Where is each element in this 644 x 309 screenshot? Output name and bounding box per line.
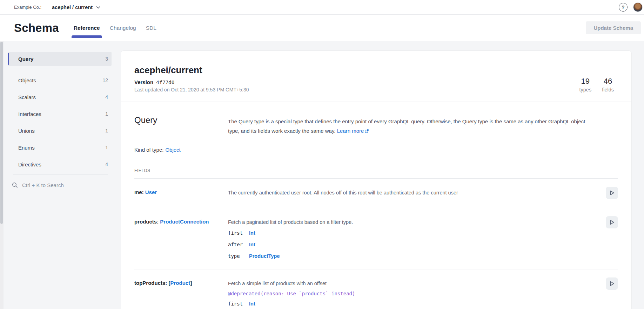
page-scrollbar-thumb[interactable] [0, 42, 3, 224]
fields-list: me: User The currently authenticated use… [134, 178, 618, 309]
sidebar-item-objects[interactable]: Objects 12 [8, 73, 112, 87]
type-section: Query The Query type is a special type t… [134, 102, 618, 309]
field-row: topProducts: [Product] Fetch a simple li… [134, 269, 618, 309]
field-type-link[interactable]: Product [170, 280, 190, 286]
tabs: ReferenceChangelogSDL [69, 15, 161, 41]
graph-selector[interactable]: acephei / current [52, 5, 100, 10]
sidebar-item-count: 3 [105, 56, 108, 62]
last-updated: Last updated on Oct 21, 2020 at 9:53 PM … [134, 87, 249, 92]
tab-reference[interactable]: Reference [69, 15, 105, 41]
field-type-link[interactable]: User [145, 189, 157, 195]
stat: 46 fields [602, 77, 614, 92]
arg-type-link[interactable]: ProductType [249, 253, 280, 259]
external-link-icon [365, 129, 369, 133]
kind-value-link[interactable]: Object [165, 147, 180, 153]
help-button[interactable]: ? [619, 3, 628, 12]
arg-name: first [228, 230, 249, 236]
sidebar-item-count: 1 [105, 111, 108, 117]
sidebar-divider [13, 69, 108, 69]
graph-title: acephei/current [134, 65, 249, 76]
sidebar-item-label: Objects [18, 77, 36, 83]
top-bar: Example Co.: acephei / current ? [0, 0, 644, 15]
fields-label: FIELDS [134, 168, 618, 173]
update-schema-button[interactable]: Update Schema [586, 21, 641, 34]
sidebar-item-count: 12 [102, 77, 108, 83]
type-name: Query [134, 115, 228, 136]
sidebar-item-label: Scalars [18, 94, 36, 100]
field-description: Fetch a simple list of products with an … [228, 280, 601, 287]
field-description: Fetch a paginated list of products based… [228, 219, 601, 226]
avatar[interactable] [633, 2, 643, 12]
search-icon [12, 182, 18, 188]
sidebar-item-enums[interactable]: Enums 1 [8, 140, 112, 154]
page-scrollbar [0, 41, 4, 309]
arg-name: first [228, 301, 249, 307]
field-arg: first Int [228, 230, 601, 237]
page-header: Schema ReferenceChangelogSDL Update Sche… [0, 15, 644, 41]
learn-more-link[interactable]: Learn more [337, 128, 369, 134]
sidebar-item-unions[interactable]: Unions 1 [8, 124, 112, 138]
sidebar-item-count: 4 [105, 162, 108, 167]
schema-sidebar: Query 3 Objects 12 Scalars 4 Interfaces … [8, 52, 112, 192]
arg-type-link[interactable]: Int [249, 230, 255, 236]
sidebar-item-scalars[interactable]: Scalars 4 [8, 90, 112, 104]
sidebar-item-count: 1 [105, 128, 108, 133]
sidebar-item-label: Query [18, 56, 33, 62]
field-row: me: User The currently authenticated use… [134, 178, 618, 208]
field-arg: type ProductType [228, 253, 601, 260]
stat-value: 19 [579, 77, 591, 86]
tab-sdl[interactable]: SDL [141, 15, 161, 41]
play-icon [610, 220, 615, 225]
question-icon: ? [622, 5, 625, 10]
field-arg: after Int [228, 242, 601, 249]
field-type-link[interactable]: ProductConnection [160, 219, 209, 225]
sidebar-item-label: Directives [18, 162, 41, 167]
version-label: Version [134, 79, 153, 85]
run-in-explorer-button[interactable] [606, 187, 618, 199]
arg-name: after [228, 242, 249, 247]
kind-of-type: Kind of type:Object [134, 147, 618, 153]
stat: 19 types [579, 77, 591, 92]
field-body: The currently authenticated user root. A… [228, 189, 601, 199]
play-icon [610, 281, 615, 286]
sidebar-divider [13, 174, 108, 174]
sidebar-item-label: Interfaces [18, 111, 41, 117]
arg-type-link[interactable]: Int [249, 301, 255, 307]
field-arg: first Int [228, 301, 601, 308]
content-area: Query 3 Objects 12 Scalars 4 Interfaces … [0, 41, 644, 309]
stat-label: fields [602, 87, 614, 92]
graph-selector-label: acephei / current [52, 5, 93, 10]
sidebar-item-interfaces[interactable]: Interfaces 1 [8, 107, 112, 121]
search-hint: Ctrl + K to Search [22, 182, 64, 188]
arg-name: type [228, 253, 249, 259]
field-args: first Int after Int type ProductType [228, 230, 601, 260]
field-name: topProducts: [Product] [134, 280, 228, 308]
run-in-explorer-button[interactable] [606, 216, 618, 228]
version-value: 4f77d0 [156, 80, 174, 85]
arg-type-link[interactable]: Int [249, 242, 255, 247]
stat-value: 46 [602, 77, 614, 86]
deprecated-annotation: @deprecated(reason: Use `products` inste… [228, 291, 601, 296]
sidebar-item-count: 1 [105, 145, 108, 150]
field-body: Fetch a paginated list of products based… [228, 219, 601, 260]
chevron-down-icon [96, 6, 100, 9]
sidebar-item-query[interactable]: Query 3 [8, 52, 112, 66]
run-in-explorer-button[interactable] [606, 277, 618, 290]
field-description: The currently authenticated user root. A… [228, 189, 601, 196]
sidebar-search[interactable]: Ctrl + K to Search [8, 179, 112, 192]
field-name: products: ProductConnection [134, 219, 228, 260]
version-line: Version4f77d0 [134, 79, 249, 85]
field-name: me: User [134, 189, 228, 199]
page-title: Schema [14, 21, 59, 35]
schema-stats: 19 types 46 fields [579, 77, 618, 92]
org-label: Example Co.: [14, 5, 41, 10]
play-icon [610, 190, 615, 195]
tab-changelog[interactable]: Changelog [105, 15, 141, 41]
schema-card: acephei/current Version4f77d0 Last updat… [121, 51, 631, 309]
type-description: The Query type is a special type that de… [228, 117, 618, 136]
field-body: Fetch a simple list of products with an … [228, 280, 601, 308]
sidebar-item-count: 4 [105, 94, 108, 100]
field-row: products: ProductConnection Fetch a pagi… [134, 208, 618, 269]
sidebar-item-directives[interactable]: Directives 4 [8, 157, 112, 171]
sidebar-item-label: Enums [18, 145, 35, 151]
